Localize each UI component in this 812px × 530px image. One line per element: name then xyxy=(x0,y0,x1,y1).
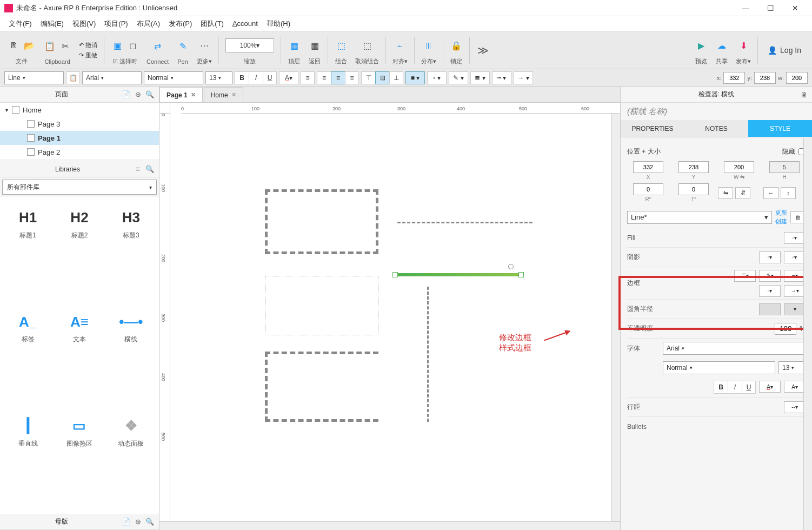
overflow-icon[interactable]: ≫ xyxy=(476,44,489,57)
close-icon[interactable]: ✕ xyxy=(231,91,236,98)
pos-r-input[interactable] xyxy=(633,183,663,195)
align-right-button[interactable]: ≡ xyxy=(345,71,359,84)
insp-underline-button[interactable]: U xyxy=(742,381,756,394)
share-icon[interactable]: ☁ xyxy=(715,39,728,52)
menu-arrange[interactable]: 布局(A) xyxy=(132,17,164,31)
group-icon[interactable]: ⬚ xyxy=(335,39,348,52)
pos-x-input[interactable] xyxy=(633,161,663,173)
lock-icon[interactable]: 🔒 xyxy=(450,39,463,52)
menu-publish[interactable]: 发布(P) xyxy=(164,17,196,31)
outer-shadow-button[interactable]: ▫ ▾ xyxy=(427,71,447,84)
x-input[interactable] xyxy=(723,72,745,84)
masters-folder-icon[interactable]: 📄 xyxy=(121,517,131,527)
lib-menu-icon[interactable]: ≡ xyxy=(133,164,143,174)
shape-dashed-rect-1[interactable] xyxy=(265,189,378,254)
menu-view[interactable]: 视图(V) xyxy=(68,17,100,31)
paste-icon[interactable]: 📋 xyxy=(43,40,56,53)
back-icon[interactable]: ▦ xyxy=(308,39,321,52)
inspector-name[interactable]: (横线 名称) xyxy=(621,103,812,120)
valign-top-button[interactable]: ⊤ xyxy=(361,71,375,84)
ungroup-icon[interactable]: ⬚ xyxy=(361,39,374,52)
tree-home[interactable]: ▾Home xyxy=(0,103,159,117)
maximize-button[interactable]: ☐ xyxy=(758,0,783,16)
more-label[interactable]: 更多▾ xyxy=(197,57,212,65)
bullets-button[interactable]: ≡ xyxy=(301,71,315,84)
pos-t-input[interactable] xyxy=(678,183,709,195)
pages-add-icon[interactable]: ⊕ xyxy=(133,90,143,100)
italic-button[interactable]: I xyxy=(249,71,263,84)
lib-h3[interactable]: H3标题3 xyxy=(105,199,157,248)
linespace-dd[interactable]: --▾ xyxy=(784,401,806,413)
publish-label[interactable]: 发布▾ xyxy=(736,57,751,65)
distribute-icon[interactable]: ⫼ xyxy=(422,39,435,52)
rotation-handle-icon[interactable] xyxy=(508,264,514,269)
size-select[interactable]: 13▾ xyxy=(205,71,232,84)
pos-h-input[interactable] xyxy=(769,161,800,173)
pages-search-icon[interactable]: 🔍 xyxy=(145,90,155,100)
pen-icon[interactable]: ✎ xyxy=(176,40,189,53)
shape-select[interactable]: Line▾ xyxy=(4,71,64,84)
tab-page1[interactable]: Page 1✕ xyxy=(159,87,203,102)
menu-project[interactable]: 项目(P) xyxy=(100,17,132,31)
shape-dashdot-line[interactable] xyxy=(397,222,533,223)
insp-italic-button[interactable]: I xyxy=(728,381,742,394)
publish-icon[interactable]: ⬇ xyxy=(737,39,750,52)
scrollbar-h[interactable] xyxy=(159,521,620,530)
align-icon[interactable]: ⫠ xyxy=(394,39,407,52)
select-mode-icon[interactable]: ◻ xyxy=(126,39,139,52)
lib-search-icon[interactable]: 🔍 xyxy=(145,164,155,174)
text-color-button[interactable]: A ▾ xyxy=(279,71,298,84)
masters-add-icon[interactable]: ⊕ xyxy=(133,517,143,527)
zoom-select[interactable]: 100% ▾ xyxy=(225,38,274,52)
arrow-style-button[interactable]: → ▾ xyxy=(514,71,533,84)
tree-page2[interactable]: Page 2 xyxy=(0,145,159,159)
minimize-button[interactable]: — xyxy=(733,0,758,16)
line-color-button[interactable]: ✎ ▾ xyxy=(449,71,468,84)
bold-button[interactable]: B xyxy=(235,71,249,84)
library-select[interactable]: 所有部件库▾ xyxy=(2,180,157,195)
inner-shadow-dd[interactable]: ▫▾ xyxy=(784,251,806,263)
tab-notes[interactable]: NOTES xyxy=(684,120,748,137)
select-icon[interactable]: ▣ xyxy=(111,39,124,52)
flip-h-button[interactable]: ⇋ xyxy=(718,187,733,199)
front-icon[interactable]: ▦ xyxy=(288,39,301,52)
tab-style[interactable]: STYLE xyxy=(748,120,812,137)
login-button[interactable]: 👤 Log In xyxy=(761,46,808,55)
line-style-button[interactable]: ┅ ▾ xyxy=(492,71,511,84)
insp-font-select[interactable]: Arial▾ xyxy=(663,342,806,355)
w-input[interactable] xyxy=(786,72,808,84)
fill-color-dd[interactable]: ▫▾ xyxy=(784,232,806,244)
new-icon[interactable]: 🗎 xyxy=(8,39,21,52)
underline-button[interactable]: U xyxy=(263,71,277,84)
canvas[interactable]: 修改边框样式边框 xyxy=(170,114,611,521)
tree-page1[interactable]: Page 1 xyxy=(0,131,159,145)
insp-bold-button[interactable]: B xyxy=(714,381,728,394)
outer-shadow-dd[interactable]: ▫▾ xyxy=(759,251,781,263)
paste-style-button[interactable]: 📋 xyxy=(66,71,80,84)
font-select[interactable]: Arial▾ xyxy=(82,71,142,84)
valign-middle-button[interactable]: ⊟ xyxy=(375,71,389,84)
y-input[interactable] xyxy=(754,72,776,84)
autosize-h-button[interactable]: ↕ xyxy=(781,187,796,199)
valign-bottom-button[interactable]: ⊥ xyxy=(389,71,403,84)
flip-v-button[interactable]: ⇵ xyxy=(735,187,750,199)
shape-dash-rect-2[interactable] xyxy=(265,352,378,422)
insp-moretype-dd[interactable]: A▾ xyxy=(784,381,806,393)
update-link[interactable]: 更新 xyxy=(775,209,787,217)
pos-w-input[interactable] xyxy=(724,161,754,173)
line-width-button[interactable]: ≣ ▾ xyxy=(470,71,490,84)
pages-folder-icon[interactable]: 📄 xyxy=(121,90,131,100)
undo-button[interactable]: ↶ 撤消 xyxy=(79,41,97,49)
insp-weight-select[interactable]: Normal▾ xyxy=(663,361,775,374)
style-select[interactable]: Line*▾ xyxy=(627,211,772,224)
insp-size-select[interactable]: 13▾ xyxy=(778,361,806,374)
menu-file[interactable]: 文件(F) xyxy=(4,17,36,31)
lib-hotspot[interactable]: ▭图像热区 xyxy=(54,407,105,456)
preview-icon[interactable]: ▶ xyxy=(695,39,708,52)
lib-h1[interactable]: H1标题1 xyxy=(2,199,54,248)
pos-y-input[interactable] xyxy=(678,161,709,173)
lib-label[interactable]: A_标签 xyxy=(2,303,54,352)
lib-text[interactable]: A≡文本 xyxy=(54,303,105,352)
weight-select[interactable]: Normal▾ xyxy=(144,71,203,84)
lib-vline[interactable]: ┃垂直线 xyxy=(2,407,54,456)
